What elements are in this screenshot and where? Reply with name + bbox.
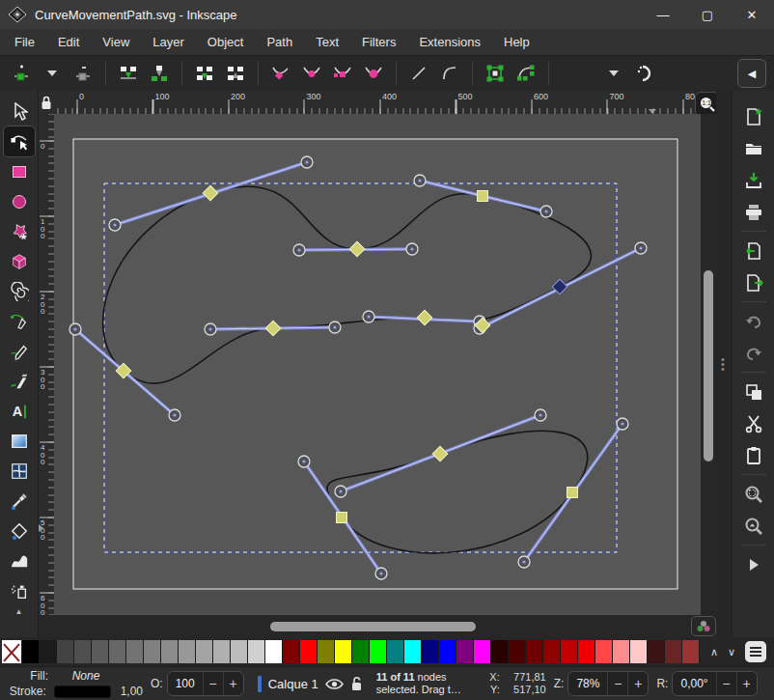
color-swatch[interactable]: [196, 640, 213, 663]
rotation-increase-button[interactable]: +: [736, 671, 757, 696]
export-button[interactable]: [737, 266, 770, 298]
opacity-decrease-button[interactable]: −: [203, 671, 223, 696]
object-to-path-button[interactable]: [480, 59, 511, 88]
color-swatch[interactable]: [109, 640, 126, 663]
x-coordinate-dropdown-button[interactable]: [598, 59, 629, 88]
color-swatch[interactable]: [474, 640, 491, 663]
color-managed-view-button[interactable]: [691, 616, 716, 636]
tool-3d-box[interactable]: [4, 246, 35, 276]
tool-gradient[interactable]: [4, 426, 35, 456]
tool-ellipse[interactable]: [4, 186, 35, 216]
join-with-segment-button[interactable]: [189, 59, 220, 88]
join-node-button[interactable]: [144, 59, 175, 88]
minimize-button[interactable]: —: [641, 0, 685, 29]
color-swatch[interactable]: [231, 640, 248, 663]
color-swatch[interactable]: [561, 640, 578, 663]
color-swatch[interactable]: [318, 640, 335, 663]
color-swatch[interactable]: [126, 640, 144, 663]
opacity-increase-button[interactable]: +: [223, 671, 243, 696]
node-corner-button[interactable]: [265, 59, 296, 88]
color-swatch[interactable]: [283, 640, 300, 663]
delete-node-button[interactable]: [68, 59, 98, 88]
canvas[interactable]: [54, 114, 701, 615]
color-swatch[interactable]: [179, 640, 196, 663]
expand-panel-button[interactable]: [737, 548, 770, 580]
color-swatch[interactable]: [456, 640, 474, 663]
divider-grip-icon[interactable]: •••: [721, 357, 725, 372]
vertical-scrollbar-thumb[interactable]: [704, 270, 713, 462]
ruler-origin-lock[interactable]: [39, 91, 54, 114]
tool-selector[interactable]: [4, 97, 35, 126]
break-node-button[interactable]: [113, 59, 144, 88]
opacity-value[interactable]: 100: [168, 677, 203, 690]
ruler-vertical[interactable]: 01 0 02 0 03 0 04 0 05 0 06 0 0: [39, 114, 54, 615]
zoom-to-selection-button[interactable]: [737, 478, 770, 510]
menu-file[interactable]: File: [4, 31, 45, 53]
color-swatch[interactable]: [648, 640, 665, 663]
color-swatch[interactable]: [213, 640, 231, 663]
menu-edit[interactable]: Edit: [47, 31, 90, 53]
redo-button[interactable]: [737, 337, 770, 369]
paste-button[interactable]: [737, 439, 770, 471]
tool-spiral[interactable]: [4, 276, 35, 306]
node-auto-button[interactable]: [358, 59, 389, 88]
zoom-value[interactable]: 78%: [568, 677, 607, 690]
segment-line-button[interactable]: [403, 59, 434, 88]
node-smooth-button[interactable]: [296, 59, 327, 88]
tool-tweak[interactable]: [4, 546, 35, 575]
color-swatch[interactable]: [543, 640, 561, 663]
node-symmetric-button[interactable]: [327, 59, 358, 88]
color-swatch[interactable]: [630, 640, 648, 663]
cut-button[interactable]: [737, 407, 770, 439]
insert-node-options-button[interactable]: [37, 59, 68, 88]
path-node-square[interactable]: [567, 488, 578, 498]
tool-calligraphy[interactable]: [4, 366, 35, 396]
color-swatch[interactable]: [665, 640, 682, 663]
insert-node-button[interactable]: [6, 59, 37, 88]
tool-text[interactable]: A: [4, 396, 35, 426]
zoom-to-drawing-button[interactable]: [737, 510, 770, 542]
palette-scroll-down[interactable]: ∨: [728, 646, 735, 658]
menu-help[interactable]: Help: [493, 31, 540, 53]
layer-lock-icon[interactable]: [350, 676, 363, 691]
palette-menu-button[interactable]: [745, 641, 766, 662]
vertical-scrollbar[interactable]: [701, 114, 716, 615]
path-node-square[interactable]: [337, 513, 347, 523]
maximize-button[interactable]: ▢: [685, 0, 730, 29]
horizontal-scrollbar-thumb[interactable]: [270, 622, 476, 631]
color-swatch[interactable]: [404, 640, 422, 663]
menu-path[interactable]: Path: [256, 31, 303, 53]
print-button[interactable]: [737, 196, 770, 228]
tool-pen[interactable]: [4, 306, 35, 336]
layer-name[interactable]: Calque 1: [268, 677, 318, 691]
undo-button[interactable]: [737, 305, 770, 337]
palette-scroll-up[interactable]: ∧: [710, 646, 718, 658]
menu-filters[interactable]: Filters: [351, 31, 406, 53]
swatch-none[interactable]: [2, 640, 22, 663]
tool-spray[interactable]: [4, 575, 35, 605]
copy-button[interactable]: [737, 376, 770, 407]
close-button[interactable]: ✕: [730, 0, 774, 29]
rotation-value[interactable]: 0,00°: [673, 677, 715, 690]
color-swatch[interactable]: [613, 640, 630, 663]
color-swatch[interactable]: [40, 640, 57, 663]
tool-rectangle[interactable]: [4, 156, 35, 186]
tool-node-editor[interactable]: [4, 126, 35, 156]
save-document-button[interactable]: [737, 164, 770, 196]
menu-layer[interactable]: Layer: [142, 31, 195, 53]
stroke-color-swatch[interactable]: [54, 686, 111, 698]
color-swatch[interactable]: [335, 640, 352, 663]
stroke-to-path-button[interactable]: [511, 59, 541, 88]
color-swatch[interactable]: [491, 640, 509, 663]
path-node-square[interactable]: [478, 191, 488, 202]
layer-visibility-eye-icon[interactable]: [325, 678, 344, 690]
color-swatch[interactable]: [248, 640, 265, 663]
snap-bar-collapse-button[interactable]: ◀: [737, 59, 766, 88]
fill-value[interactable]: None: [56, 669, 116, 683]
drawing-area[interactable]: [54, 114, 701, 615]
new-document-button[interactable]: [737, 100, 770, 132]
color-swatch[interactable]: [439, 640, 456, 663]
color-swatch[interactable]: [595, 640, 613, 663]
delete-segment-button[interactable]: [220, 59, 251, 88]
panel-divider[interactable]: •••: [716, 91, 732, 637]
